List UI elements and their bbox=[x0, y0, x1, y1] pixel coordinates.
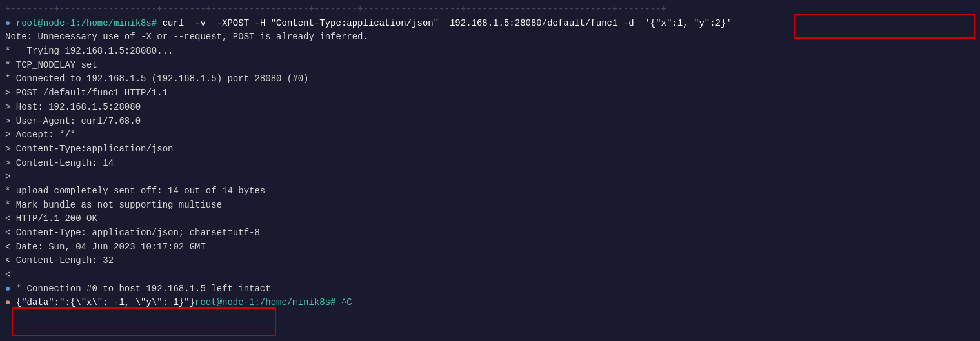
http-ok-text: < HTTP/1.1 200 OK bbox=[5, 212, 97, 226]
connection-intact-text: * Connection #0 to host 192.168.1.5 left… bbox=[16, 282, 271, 297]
json-result-text: {"data":":{\"x\": -1, \"y\": 1}"} bbox=[16, 296, 195, 310]
separator-line: +--------+------------------+--------+--… bbox=[5, 3, 975, 17]
empty-resp-line: < bbox=[5, 268, 975, 282]
empty-resp-text: < bbox=[5, 268, 10, 282]
curl-command-line: ● root@node-1:/home/minik8s# curl -v -XP… bbox=[5, 17, 975, 31]
connection-dot: ● bbox=[5, 282, 16, 297]
user-agent-line: > User-Agent: curl/7.68.0 bbox=[5, 115, 975, 129]
connection-intact-line: ● * Connection #0 to host 192.168.1.5 le… bbox=[5, 282, 975, 297]
trying-text: * Trying 192.168.1.5:28080... bbox=[5, 44, 173, 59]
date-resp-text: < Date: Sun, 04 Jun 2023 10:17:02 GMT bbox=[5, 240, 206, 255]
tcp-nodelay-line: * TCP_NODELAY set bbox=[5, 59, 975, 73]
content-length-resp-line: < Content-Length: 32 bbox=[5, 254, 975, 268]
connected-line: * Connected to 192.168.1.5 (192.168.1.5)… bbox=[5, 72, 975, 86]
note-text: Note: Unnecessary use of -X or --request… bbox=[5, 30, 368, 44]
date-resp-line: < Date: Sun, 04 Jun 2023 10:17:02 GMT bbox=[5, 240, 975, 255]
content-type-req-text: > Content-Type:application/json bbox=[5, 142, 173, 157]
content-length-req-text: > Content-Length: 14 bbox=[5, 157, 114, 171]
terminal-content: +--------+------------------+--------+--… bbox=[0, 0, 980, 313]
content-type-resp-line: < Content-Type: application/json; charse… bbox=[5, 226, 975, 240]
json-result-line: ● {"data":":{\"x\": -1, \"y\": 1}"} root… bbox=[5, 296, 975, 310]
content-length-req-line: > Content-Length: 14 bbox=[5, 157, 975, 171]
host-text: > Host: 192.168.1.5:28080 bbox=[5, 101, 141, 115]
content-type-req-line: > Content-Type:application/json bbox=[5, 142, 975, 157]
upload-text: * upload completely sent off: 14 out of … bbox=[5, 184, 265, 199]
user-agent-text: > User-Agent: curl/7.68.0 bbox=[5, 115, 141, 129]
mark-bundle-text: * Mark bundle as not supporting multiuse bbox=[5, 199, 222, 213]
next-prompt: root@node-1:/home/minik8s# ^C bbox=[195, 296, 352, 310]
post-request-line: > POST /default/func1 HTTP/1.1 bbox=[5, 86, 975, 101]
prompt-dot: ● bbox=[5, 17, 16, 31]
upload-line: * upload completely sent off: 14 out of … bbox=[5, 184, 975, 199]
http-ok-line: < HTTP/1.1 200 OK bbox=[5, 212, 975, 226]
content-type-resp-text: < Content-Type: application/json; charse… bbox=[5, 226, 260, 240]
empty-req-text: > bbox=[5, 170, 10, 184]
accept-line: > Accept: */* bbox=[5, 128, 975, 142]
result-dot: ● bbox=[5, 296, 16, 310]
post-request-text: > POST /default/func1 HTTP/1.1 bbox=[5, 86, 168, 101]
host-line: > Host: 192.168.1.5:28080 bbox=[5, 101, 975, 115]
curl-command: curl -v -XPOST -H "Content-Type:applicat… bbox=[163, 17, 732, 31]
note-line: Note: Unnecessary use of -X or --request… bbox=[5, 30, 975, 44]
terminal-window: +--------+------------------+--------+--… bbox=[0, 0, 980, 341]
connected-text: * Connected to 192.168.1.5 (192.168.1.5)… bbox=[5, 72, 308, 86]
content-length-resp-text: < Content-Length: 32 bbox=[5, 254, 114, 268]
mark-bundle-line: * Mark bundle as not supporting multiuse bbox=[5, 199, 975, 213]
trying-line: * Trying 192.168.1.5:28080... bbox=[5, 44, 975, 59]
tcp-nodelay-text: * TCP_NODELAY set bbox=[5, 59, 97, 73]
accept-text: > Accept: */* bbox=[5, 128, 75, 142]
prompt-user: root@node-1:/home/minik8s# bbox=[16, 17, 163, 31]
empty-req-line: > bbox=[5, 170, 975, 184]
